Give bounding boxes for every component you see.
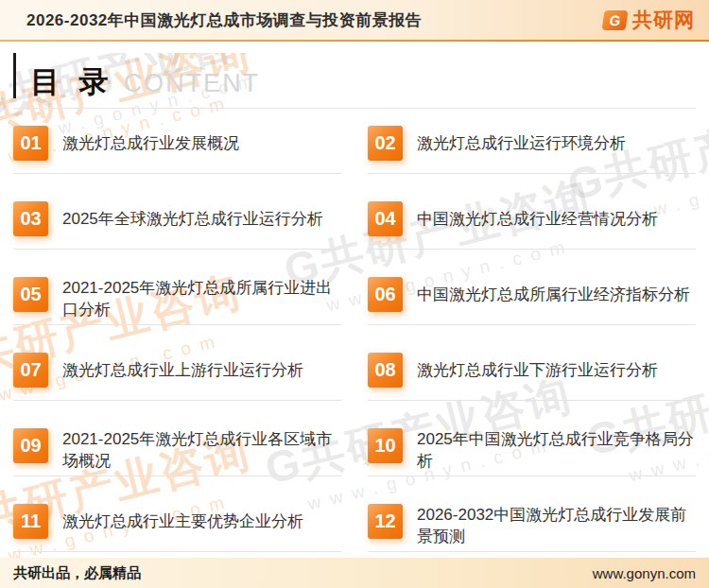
brand-name: 共研网 xyxy=(632,7,695,33)
toc-item: 08 激光灯总成行业下游行业运行分析 xyxy=(368,350,696,425)
report-title: 2026-2032年中国激光灯总成市场调查与投资前景报告 xyxy=(26,9,422,31)
toc-number-badge: 03 xyxy=(13,201,48,236)
item-divider xyxy=(13,400,341,401)
toc-item-title: 中国激光灯总成行业经营情况分析 xyxy=(417,208,658,230)
toc-item-title: 2021-2025年激光灯总成所属行业进出口分析 xyxy=(62,277,341,320)
brand-logo[interactable]: G 共研网 xyxy=(603,7,695,33)
toc-item: 03 2025年全球激光灯总成行业运行分析 xyxy=(13,199,341,274)
page-footer: 共研出品，必属精品 www.gonyn.com xyxy=(0,558,709,588)
toc-item-title: 激光灯总成行业发展概况 xyxy=(62,132,239,154)
toc-item: 10 2025年中国激光灯总成行业竞争格局分析 xyxy=(368,425,696,501)
toc-item-title: 2025年中国激光灯总成行业竞争格局分析 xyxy=(417,428,696,472)
item-divider xyxy=(13,173,341,174)
toc-heading: 目 录 CONTENT xyxy=(13,53,696,109)
toc-number-badge: 02 xyxy=(368,126,403,161)
item-divider xyxy=(13,324,341,325)
page-header: 2026-2032年中国激光灯总成市场调查与投资前景报告 G 共研网 xyxy=(0,0,709,40)
toc-number-badge: 01 xyxy=(13,126,48,161)
toc-grid: 01 激光灯总成行业发展概况 02 激光灯总成行业运行环境分析 03 2025年… xyxy=(13,123,696,577)
toc-item: 02 激光灯总成行业运行环境分析 xyxy=(368,123,696,199)
brand-g-icon: G xyxy=(602,10,629,30)
item-divider xyxy=(368,324,696,325)
toc-item-title: 激光灯总成行业运行环境分析 xyxy=(417,132,626,154)
toc-title-cn: 目 录 xyxy=(30,66,114,98)
item-divider xyxy=(368,476,696,476)
toc-item: 06 中国激光灯总成所属行业经济指标分析 xyxy=(368,274,696,350)
heading-accent-bar xyxy=(13,53,16,98)
toc-item-title: 激光灯总成行业主要优势企业分析 xyxy=(62,510,303,532)
item-divider xyxy=(13,249,341,250)
toc-number-badge: 05 xyxy=(13,277,48,312)
toc-item: 04 中国激光灯总成行业经营情况分析 xyxy=(368,199,696,274)
toc-body: G共研产业咨询www.gonyn.com G共研产业咨询www.gonyn.co… xyxy=(0,53,709,569)
toc-number-badge: 04 xyxy=(368,201,403,236)
toc-item: 05 2021-2025年激光灯总成所属行业进出口分析 xyxy=(13,274,341,350)
header-accent-line xyxy=(0,40,709,42)
toc-item-title: 激光灯总成行业上游行业运行分析 xyxy=(62,359,303,381)
toc-number-badge: 12 xyxy=(368,504,403,539)
item-divider xyxy=(368,249,696,250)
toc-item-title: 2026-2032中国激光灯总成行业发展前景预测 xyxy=(417,504,696,547)
toc-number-badge: 11 xyxy=(13,504,48,539)
toc-title-en: CONTENT xyxy=(124,69,261,98)
toc-number-badge: 06 xyxy=(368,277,403,312)
toc-item: 01 激光灯总成行业发展概况 xyxy=(13,123,341,199)
item-divider xyxy=(368,400,696,401)
toc-number-badge: 09 xyxy=(13,428,48,463)
item-divider xyxy=(368,551,696,552)
toc-item: 09 2021-2025年激光灯总成行业各区域市场概况 xyxy=(13,425,341,501)
footer-slogan: 共研出品，必属精品 xyxy=(13,564,141,582)
item-divider xyxy=(13,551,341,552)
toc-item-title: 激光灯总成行业下游行业运行分析 xyxy=(417,359,658,381)
footer-website-url[interactable]: www.gonyn.com xyxy=(593,565,696,581)
item-divider xyxy=(13,476,341,476)
toc-number-badge: 07 xyxy=(13,353,48,388)
toc-item: 07 激光灯总成行业上游行业运行分析 xyxy=(13,350,341,425)
report-toc-page: 2026-2032年中国激光灯总成市场调查与投资前景报告 G 共研网 G共研产业… xyxy=(0,0,709,588)
toc-content: 目 录 CONTENT 01 激光灯总成行业发展概况 02 激光灯总成行业运行环… xyxy=(0,53,709,577)
toc-item-title: 中国激光灯总成所属行业经济指标分析 xyxy=(417,284,690,305)
toc-item-title: 2025年全球激光灯总成行业运行分析 xyxy=(62,208,323,230)
item-divider xyxy=(368,173,696,174)
toc-number-badge: 10 xyxy=(368,428,403,463)
toc-item-title: 2021-2025年激光灯总成行业各区域市场概况 xyxy=(62,428,341,472)
toc-number-badge: 08 xyxy=(368,353,403,388)
